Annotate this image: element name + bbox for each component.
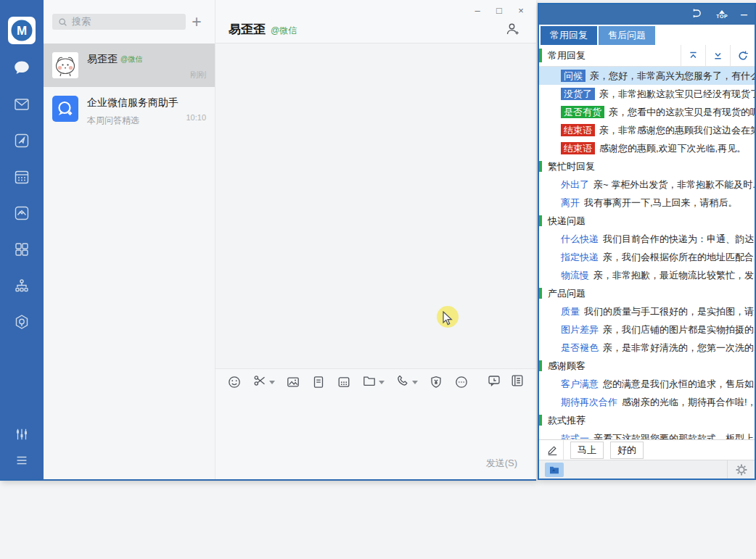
reply-tag[interactable]: 物流慢 — [561, 269, 589, 281]
menu-icon[interactable] — [0, 447, 44, 473]
scroll-bottom-icon[interactable] — [705, 45, 730, 66]
create-chat-button[interactable]: + — [186, 14, 208, 30]
reply-item[interactable]: 质量 我们的质量与手工很好的，是实拍图，请... — [539, 302, 755, 320]
reply-text: 您的满意是我们永恒的追求，售后如... — [603, 378, 755, 391]
chat-window: – □ × 易歪歪 @微信 — [215, 0, 536, 479]
reply-tag[interactable]: 质量 — [561, 305, 580, 318]
reply-tag[interactable]: 问候 — [561, 70, 586, 82]
chat-header: – □ × 易歪歪 @微信 — [215, 0, 536, 44]
quick-phrase-button[interactable]: 好的 — [610, 442, 644, 459]
mail-icon[interactable] — [0, 86, 44, 123]
call-icon[interactable] — [395, 373, 410, 391]
reply-section-header[interactable]: 产品问题 — [539, 284, 755, 302]
tab-common-replies[interactable]: 常用回复 — [541, 26, 597, 45]
settings-gear-icon[interactable] — [727, 460, 755, 479]
apps-icon[interactable] — [0, 304, 44, 340]
scroll-top-icon[interactable] — [681, 45, 705, 66]
panel-tabs: 常用回复 售后问题 — [539, 25, 755, 45]
docs-icon[interactable] — [0, 123, 44, 159]
reply-item[interactable]: 物流慢 亲，非常抱歉，最近物流比较繁忙，发... — [539, 266, 755, 284]
reply-tag[interactable]: 指定快递 — [561, 251, 599, 263]
more-icon[interactable] — [454, 375, 469, 389]
reply-tag[interactable]: 期待再次合作 — [561, 396, 617, 408]
tab-aftersale-questions[interactable]: 售后问题 — [599, 26, 655, 45]
chat-item-name: 企业微信服务商助手 — [87, 96, 178, 109]
reply-tag[interactable]: 没货了 — [561, 88, 595, 100]
reply-item[interactable]: 问候 亲，您好，非常高兴为您服务了，有什么... — [539, 67, 755, 85]
reply-tag[interactable]: 结束语 — [561, 142, 595, 154]
reply-section-header[interactable]: 繁忙时回复 — [539, 157, 755, 175]
reply-item[interactable]: 是否有货 亲，您看中的这款宝贝是有现货的呢... — [539, 103, 755, 121]
reply-tag[interactable]: 图片差异 — [561, 323, 599, 336]
reply-item[interactable]: 款式一 亲看下这款跟您要的那款款式，板型上... — [539, 429, 755, 439]
app-sidebar: M — [0, 0, 44, 479]
minimize-button[interactable]: – — [467, 2, 488, 18]
search-input[interactable]: 搜索 — [52, 14, 186, 30]
contacts-icon[interactable] — [0, 268, 44, 304]
screenshot-icon[interactable] — [252, 373, 267, 391]
reply-tag[interactable]: 什么快递 — [561, 233, 599, 245]
reply-item[interactable]: 客户满意 您的满意是我们永恒的追求，售后如... — [539, 375, 755, 393]
svg-text:M: M — [17, 24, 27, 38]
sticker-icon[interactable] — [337, 375, 351, 389]
reply-tag[interactable]: 结束语 — [561, 124, 595, 136]
magnet-dock-icon[interactable] — [690, 7, 703, 22]
edit-icon[interactable] — [542, 440, 564, 460]
chat-icon[interactable] — [0, 50, 44, 86]
quick-phrase-button[interactable]: 马上 — [570, 442, 604, 459]
workbench-icon[interactable] — [0, 231, 44, 268]
group-header: 常用回复 — [539, 45, 755, 67]
close-button[interactable]: × — [510, 2, 532, 18]
reply-item[interactable]: 外出了 亲~ 掌柜外出发货，非常抱歉不能及时... — [539, 175, 755, 194]
reply-item[interactable]: 期待再次合作 感谢亲的光临，期待再合作啦!，... — [539, 393, 755, 411]
reply-section-header[interactable]: 款式推荐 — [539, 411, 755, 429]
send-button[interactable]: 发送(S) — [486, 457, 517, 470]
reply-text: 亲，您好，非常高兴为您服务了，有什么... — [590, 70, 755, 83]
message-input[interactable] — [215, 395, 536, 453]
panel-minimize-icon[interactable]: – — [741, 11, 747, 18]
reply-section-header[interactable]: 快递问题 — [539, 212, 755, 230]
add-member-icon[interactable] — [504, 22, 520, 39]
reply-tag[interactable]: 客户满意 — [561, 378, 599, 390]
folder-icon[interactable] — [545, 463, 564, 477]
message-record-icon[interactable] — [510, 373, 525, 391]
search-icon — [58, 17, 67, 27]
reply-item[interactable]: 指定快递 亲，我们会根据你所在的地址匹配合... — [539, 248, 755, 266]
reply-tag[interactable]: 款式一 — [561, 432, 589, 439]
pin-top-icon[interactable]: TOP — [716, 10, 728, 19]
maximize-button[interactable]: □ — [488, 2, 510, 18]
chat-list-panel: 搜索 + 易歪歪 @微信 刚刚 — [44, 0, 215, 479]
chat-item-wecom-assistant[interactable]: 企业微信服务商助手 本周问答精选 10:10 — [44, 87, 215, 131]
reply-item[interactable]: 什么快递 我们目前合作的快递为：申通、韵达... — [539, 230, 755, 248]
reply-text: 我们目前合作的快递为：申通、韵达... — [603, 233, 755, 246]
payment-icon[interactable] — [429, 375, 443, 389]
reply-tag[interactable]: 外出了 — [561, 178, 589, 191]
reply-tag[interactable]: 是否有货 — [561, 106, 604, 118]
reply-section-header[interactable]: 感谢顾客 — [539, 357, 755, 375]
reply-tag[interactable]: 是否褪色 — [561, 341, 599, 354]
chat-item-yiwaiwai[interactable]: 易歪歪 @微信 刚刚 — [44, 44, 215, 87]
call-dropdown-icon[interactable] — [412, 381, 418, 384]
chat-history-icon[interactable] — [487, 373, 501, 391]
file-icon[interactable] — [311, 375, 326, 389]
reply-text: 亲，我们会根据你所在的地址匹配合... — [603, 251, 755, 264]
reply-item[interactable]: 结束语 亲，非常感谢您的惠顾我们这边会在第... — [539, 121, 755, 139]
reply-item[interactable]: 图片差异 亲，我们店铺的图片都是实物拍摄的... — [539, 320, 755, 339]
reply-item[interactable]: 是否褪色 亲，是非常好清洗的，您第一次洗的... — [539, 339, 755, 357]
reply-item[interactable]: 没货了 亲，非常抱歉这款宝贝已经没有现货了... — [539, 85, 755, 103]
gallery-icon[interactable] — [0, 195, 44, 231]
calendar-icon[interactable] — [0, 159, 44, 195]
folder-icon[interactable] — [362, 373, 377, 391]
message-area[interactable] — [215, 44, 536, 368]
reply-item[interactable]: 离开 我有事离开一下,马上回来，请稍后。 — [539, 194, 755, 212]
screenshot-dropdown-icon[interactable] — [269, 381, 275, 384]
reply-item[interactable]: 结束语 感谢您的惠顾,欢迎下次光临,再见。 — [539, 139, 755, 157]
composer: 发送(S) — [215, 368, 536, 479]
app-logo[interactable]: M — [8, 17, 36, 44]
filters-icon[interactable] — [0, 421, 44, 447]
image-icon[interactable] — [286, 375, 300, 389]
emoji-icon[interactable] — [227, 375, 242, 389]
reply-tag[interactable]: 离开 — [561, 196, 580, 209]
folder-dropdown-icon[interactable] — [379, 381, 385, 384]
refresh-icon[interactable] — [730, 45, 755, 66]
